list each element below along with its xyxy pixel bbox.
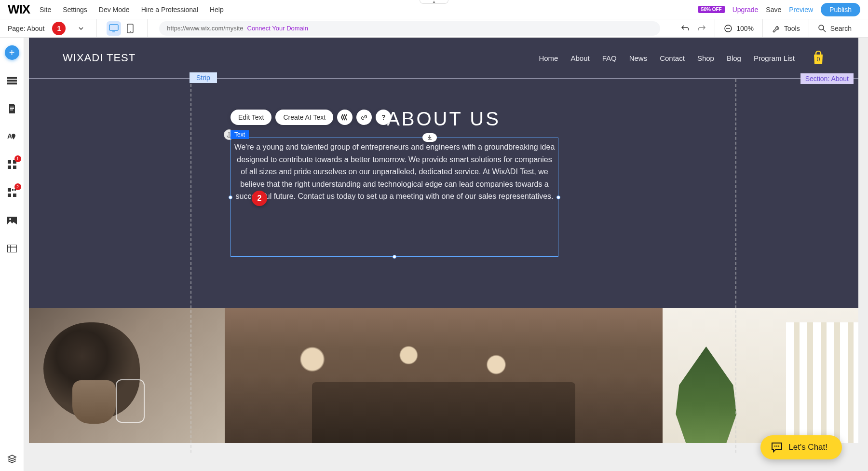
nav-faq[interactable]: FAQ bbox=[602, 54, 617, 62]
sidebar-data-button[interactable] bbox=[5, 241, 19, 256]
pages-icon bbox=[8, 104, 16, 113]
nav-about[interactable]: About bbox=[570, 54, 589, 62]
nav-home[interactable]: Home bbox=[539, 54, 558, 62]
mobile-icon bbox=[127, 24, 134, 33]
search-icon bbox=[818, 24, 827, 33]
page-selector[interactable]: Page: About 1 bbox=[8, 22, 84, 35]
image-panel-left[interactable] bbox=[29, 308, 225, 443]
text-floating-toolbar: Edit Text Create AI Text ? bbox=[231, 110, 391, 125]
site-header[interactable]: WIXADI TEST Home About FAQ News Contact … bbox=[29, 38, 858, 79]
text-element-label[interactable]: Text bbox=[231, 130, 249, 139]
chat-widget[interactable]: Let's Chat! bbox=[760, 435, 842, 459]
tools-label: Tools bbox=[784, 25, 800, 32]
svg-rect-12 bbox=[10, 108, 14, 109]
url-bar[interactable]: https://www.wix.com/mysite Connect Your … bbox=[159, 21, 660, 36]
save-button[interactable]: Save bbox=[766, 6, 781, 14]
create-ai-text-button[interactable]: Create AI Text bbox=[275, 110, 333, 125]
publish-button[interactable]: Publish bbox=[821, 3, 860, 16]
top-notch[interactable]: ▲ bbox=[420, 0, 448, 4]
text-box-selected[interactable]: We're a young and talented group of entr… bbox=[231, 138, 558, 257]
body-text[interactable]: We're a young and talented group of entr… bbox=[231, 138, 558, 203]
sidebar-layers-button[interactable] bbox=[5, 452, 19, 466]
svg-point-32 bbox=[778, 445, 780, 447]
mobile-view-button[interactable] bbox=[123, 21, 137, 36]
cart-button[interactable]: 0 bbox=[812, 51, 825, 65]
about-strip[interactable]: ABOUT US Edit Text Create AI Text ? Text bbox=[29, 79, 858, 308]
resize-handle-left[interactable] bbox=[229, 195, 232, 199]
editor-canvas: WIXADI TEST Home About FAQ News Contact … bbox=[24, 38, 868, 471]
about-heading[interactable]: ABOUT US bbox=[29, 108, 858, 130]
sidebar-apps2-button[interactable]: 2 bbox=[5, 185, 19, 200]
image-panel-right[interactable] bbox=[663, 308, 858, 443]
redo-icon[interactable] bbox=[697, 24, 706, 33]
desktop-icon bbox=[109, 24, 119, 33]
nav-shop[interactable]: Shop bbox=[697, 54, 714, 62]
promo-badge: 50% OFF bbox=[698, 6, 725, 13]
nav-news[interactable]: News bbox=[629, 54, 648, 62]
help-icon: ? bbox=[380, 113, 387, 121]
svg-text:?: ? bbox=[381, 113, 386, 121]
apps2-icon bbox=[8, 188, 16, 197]
menu-devmode[interactable]: Dev Mode bbox=[99, 6, 130, 14]
edit-text-button[interactable]: Edit Text bbox=[231, 110, 271, 125]
menu-settings[interactable]: Settings bbox=[63, 6, 87, 14]
tools-group[interactable]: Tools bbox=[762, 19, 809, 38]
add-element-button[interactable]: + bbox=[5, 45, 19, 60]
connect-domain-link[interactable]: Connect Your Domain bbox=[247, 25, 308, 32]
svg-point-3 bbox=[130, 31, 131, 32]
svg-rect-18 bbox=[13, 166, 16, 169]
menu-hire[interactable]: Hire a Professional bbox=[141, 6, 198, 14]
zoom-group[interactable]: 100% bbox=[715, 19, 762, 38]
tools-icon bbox=[772, 24, 780, 33]
sidebar-apps-button[interactable]: 1 bbox=[5, 157, 19, 172]
svg-rect-11 bbox=[10, 107, 14, 108]
search-label: Search bbox=[830, 25, 852, 32]
upgrade-link[interactable]: Upgrade bbox=[732, 6, 759, 14]
sidebar-media-button[interactable] bbox=[5, 213, 19, 228]
svg-rect-19 bbox=[8, 188, 11, 192]
svg-point-31 bbox=[776, 445, 778, 447]
svg-rect-13 bbox=[10, 110, 13, 111]
guide-right bbox=[735, 79, 736, 453]
section-label[interactable]: Section: About bbox=[800, 73, 854, 84]
site-nav: Home About FAQ News Contact Shop Blog Pr… bbox=[539, 51, 825, 65]
sidebar-pages-button[interactable] bbox=[5, 101, 19, 116]
sidebar-design-button[interactable]: A bbox=[5, 129, 19, 144]
guide-left bbox=[190, 79, 191, 453]
apps-icon bbox=[8, 160, 16, 169]
wix-logo: WIX bbox=[8, 2, 30, 17]
resize-handle-right[interactable] bbox=[556, 195, 560, 199]
editor-toolbar: Page: About 1 https://www.wix.com/mysite… bbox=[0, 19, 868, 38]
animation-button[interactable] bbox=[337, 110, 353, 125]
undo-icon[interactable] bbox=[681, 24, 690, 33]
page-label: Page: About bbox=[8, 25, 44, 32]
top-bar-left: WIX Site Settings Dev Mode Hire a Profes… bbox=[8, 2, 224, 17]
stretch-button[interactable] bbox=[422, 133, 437, 142]
site-title[interactable]: WIXADI TEST bbox=[63, 52, 136, 64]
help-button[interactable]: ? bbox=[376, 110, 391, 125]
sidebar-sections-button[interactable] bbox=[5, 73, 19, 88]
stage[interactable]: WIXADI TEST Home About FAQ News Contact … bbox=[29, 38, 858, 471]
resize-handle-bottom[interactable] bbox=[393, 255, 396, 259]
zoom-out-icon bbox=[724, 24, 732, 33]
svg-rect-9 bbox=[7, 80, 17, 82]
annotation-badge-1: 1 bbox=[52, 22, 66, 35]
preview-button[interactable]: Preview bbox=[789, 6, 813, 14]
strip-label[interactable]: Strip bbox=[190, 72, 217, 83]
nav-blog[interactable]: Blog bbox=[727, 54, 741, 62]
menu-site[interactable]: Site bbox=[40, 6, 51, 14]
toolbar-right: 100% Tools Search bbox=[672, 19, 860, 38]
image-strip[interactable] bbox=[29, 308, 858, 443]
top-bar-right: 50% OFF Upgrade Save Preview Publish bbox=[698, 3, 860, 16]
svg-point-30 bbox=[774, 445, 776, 447]
menu-help[interactable]: Help bbox=[210, 6, 224, 14]
nav-contact[interactable]: Contact bbox=[660, 54, 685, 62]
link-button[interactable] bbox=[356, 110, 372, 125]
nav-programlist[interactable]: Program List bbox=[754, 54, 795, 62]
search-group[interactable]: Search bbox=[809, 19, 860, 38]
svg-text:A: A bbox=[7, 132, 12, 140]
sidebar-apps2-badge: 2 bbox=[14, 183, 21, 190]
url-text: https://www.wix.com/mysite bbox=[167, 25, 243, 32]
image-panel-center[interactable] bbox=[225, 308, 663, 443]
desktop-view-button[interactable] bbox=[107, 21, 121, 36]
